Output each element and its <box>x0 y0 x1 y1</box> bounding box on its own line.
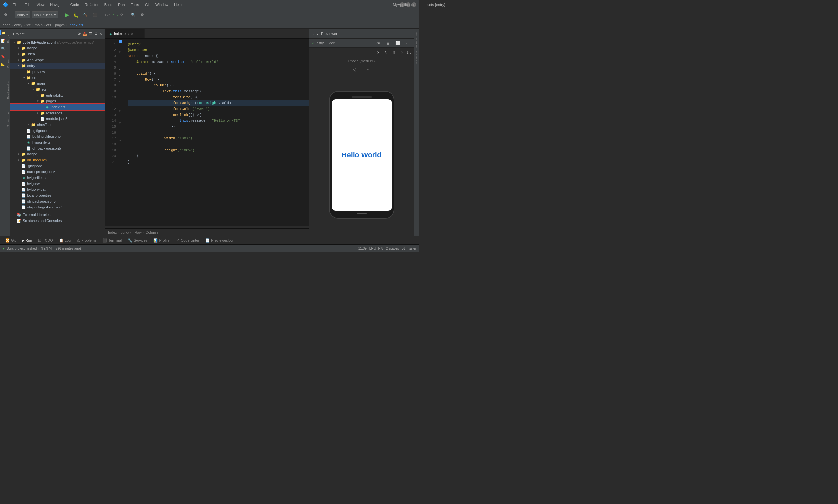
sidebar-icon-5[interactable]: ✕ <box>100 32 103 36</box>
bottom-tab-todo[interactable]: ☑ TODO <box>35 237 56 244</box>
tree-hvigorfile-ts[interactable]: ◈ hvigorfile.ts <box>11 140 105 145</box>
bottom-tab-git[interactable]: 🔀 Git <box>3 237 18 244</box>
breadcrumb-ets[interactable]: ets <box>47 23 51 27</box>
status-indent[interactable]: 2 spaces <box>386 247 399 250</box>
tree-module-json5[interactable]: 📄 module.json5 <box>11 116 105 122</box>
previewer-refresh-btn[interactable]: ⟳ <box>375 50 381 55</box>
tab-index-ets[interactable]: ◈ Index.ets ✕ <box>105 29 145 38</box>
tree-build-profile2[interactable]: 📄 build-profile.json5 <box>11 169 105 175</box>
bottom-tab-problems[interactable]: ⚠ Problems <box>74 237 99 244</box>
run-button[interactable]: ▶ <box>64 11 70 19</box>
breadcrumb-entry[interactable]: entry <box>14 23 22 27</box>
devices-dropdown[interactable]: No Devices ▾ <box>32 12 58 18</box>
tree-build-profile[interactable]: 📄 build-profile.json5 <box>11 133 105 140</box>
code-scrollbar[interactable] <box>105 226 309 229</box>
activity-bookmarks[interactable]: 🔖 <box>0 54 5 59</box>
status-time[interactable]: 11:39 <box>358 247 367 250</box>
breadcrumb-pages[interactable]: pages <box>55 23 65 27</box>
tree-external-libraries[interactable]: › 📚 External Libraries <box>11 212 105 218</box>
activity-commit[interactable]: 📝 <box>0 38 5 43</box>
bottom-tab-log[interactable]: 📋 Log <box>56 237 73 244</box>
stop-button[interactable]: ⬛ <box>91 12 100 18</box>
activity-project[interactable]: 📁 <box>0 30 5 35</box>
menu-edit[interactable]: Edit <box>22 2 33 7</box>
right-label-previewer[interactable]: Previewer <box>414 50 419 65</box>
activity-structure[interactable]: 📐 <box>0 61 5 67</box>
previewer-rotate-btn[interactable]: ↻ <box>383 50 389 55</box>
tree-preview[interactable]: › 📁 preview <box>11 69 105 75</box>
bottom-tab-previewerlog[interactable]: 📄 Previewer.log <box>203 237 235 244</box>
previewer-split-btn[interactable]: ⬜ <box>393 40 402 47</box>
previewer-home-btn[interactable]: □ <box>360 67 363 72</box>
tree-index-ets[interactable]: ◈ Index.ets <box>11 104 105 110</box>
entry-dropdown[interactable]: entry ▾ <box>15 12 31 18</box>
breadcrumb-main[interactable]: main <box>35 23 42 27</box>
tree-hvigorfile2[interactable]: ◈ hvigorfile.ts <box>11 175 105 181</box>
status-branch[interactable]: ⎇ master <box>402 247 416 250</box>
bottom-tab-terminal[interactable]: ⬛ Terminal <box>100 237 125 244</box>
menu-file[interactable]: File <box>10 2 21 7</box>
menu-navigate[interactable]: Navigate <box>48 2 67 7</box>
toolbar-settings-btn[interactable]: ⚙ <box>2 12 9 18</box>
tab-close-btn[interactable]: ✕ <box>131 32 133 36</box>
menu-help[interactable]: Help <box>172 2 184 7</box>
previewer-grid-btn[interactable]: ⊞ <box>384 40 392 47</box>
previewer-settings-btn[interactable]: ⚙ <box>391 50 397 55</box>
tree-gitignore2[interactable]: 📄 .gitignore <box>11 128 105 133</box>
tree-entry[interactable]: ▾ 📁 entry <box>11 63 105 69</box>
tree-oh-package[interactable]: 📄 oh-package.json5 <box>11 145 105 151</box>
menu-refactor[interactable]: Refactor <box>82 2 101 7</box>
side-label-project[interactable]: Project <box>6 32 10 43</box>
tree-oh-package-lock[interactable]: 📄 oh-package-lock.json5 <box>11 204 105 210</box>
menu-tools[interactable]: Tools <box>128 2 142 7</box>
tree-hvigor[interactable]: › 📁 hvigor <box>11 45 105 51</box>
menu-run[interactable]: Run <box>115 2 127 7</box>
activity-search[interactable]: 🔍 <box>0 46 5 51</box>
side-label-structure[interactable]: Structure <box>6 112 10 127</box>
tree-pages[interactable]: ▾ 📁 pages <box>11 98 105 104</box>
tree-scratches[interactable]: › 📝 Scratches and Consoles <box>11 218 105 223</box>
tree-ohostest[interactable]: › 📁 ohosTest <box>11 122 105 128</box>
tree-entryability[interactable]: › 📁 entryability <box>11 92 105 98</box>
tree-hvigorw[interactable]: 📄 hvigorw <box>11 181 105 186</box>
tree-oh-modules[interactable]: › 📁 oh_modules <box>11 157 105 163</box>
menu-git[interactable]: Git <box>142 2 152 7</box>
status-sync-message[interactable]: Sync project finished in 9 s 974 ms (6 m… <box>6 247 81 250</box>
tree-idea[interactable]: › 📁 .idea <box>11 51 105 57</box>
bottom-tab-services[interactable]: 🔧 Services <box>125 237 150 244</box>
menu-window[interactable]: Window <box>153 2 171 7</box>
sidebar-icon-4[interactable]: ⚙ <box>94 32 97 36</box>
previewer-more-btn[interactable]: ··· <box>404 40 411 46</box>
side-label-bookmarks[interactable]: Bookmarks <box>6 81 10 99</box>
tree-gitignore3[interactable]: 📄 .gitignore <box>11 163 105 169</box>
breadcrumb-src[interactable]: src <box>26 23 31 27</box>
menu-code[interactable]: Code <box>68 2 82 7</box>
gear-toolbar-btn[interactable]: ⚙ <box>139 12 146 18</box>
breadcrumb-file[interactable]: Index.ets <box>69 23 84 27</box>
menu-build[interactable]: Build <box>102 2 115 7</box>
tree-appscope[interactable]: › 📁 AppScope <box>11 57 105 63</box>
sidebar-icon-2[interactable]: 📥 <box>83 32 87 36</box>
debug-button[interactable]: 🐛 <box>72 12 80 18</box>
search-toolbar-btn[interactable]: 🔍 <box>129 12 138 18</box>
tree-main[interactable]: ▾ 📁 main <box>11 80 105 86</box>
sidebar-icon-3[interactable]: ☰ <box>89 32 92 36</box>
build-button[interactable]: 🔨 <box>81 12 90 18</box>
tree-root[interactable]: ▾ 📁 code [MyApplication] E:\A0MyCodes\Ha… <box>11 39 105 45</box>
menu-view[interactable]: View <box>34 2 47 7</box>
bottom-tab-codelinter[interactable]: ✓ Code Linter <box>174 237 202 244</box>
tree-hvigorw-bat[interactable]: 📄 hvigorw.bat <box>11 186 105 193</box>
tree-ets[interactable]: ▾ 📁 ets <box>11 86 105 92</box>
previewer-close-btn[interactable]: ✕ <box>399 50 405 55</box>
code-content[interactable]: @Entry @Component struct Index { @State … <box>125 39 309 226</box>
code-editor[interactable]: 1 2 3 4 5 6 7 8 9 10 11 12 13 14 15 16 1… <box>105 39 309 226</box>
tree-hvigor2[interactable]: › 📁 hvigor <box>11 151 105 157</box>
right-label-notifications[interactable]: Notifications <box>414 32 419 49</box>
tree-src[interactable]: ▾ 📁 src <box>11 75 105 80</box>
status-encoding[interactable]: LF UTF-8 <box>369 247 383 250</box>
previewer-more-options-btn[interactable]: ··· <box>367 67 371 72</box>
tree-resources[interactable]: › 📁 resources <box>11 110 105 116</box>
tree-oh-package2[interactable]: 📄 oh-package.json5 <box>11 198 105 204</box>
bottom-tab-run[interactable]: ▶ Run <box>19 237 35 244</box>
side-label-commit[interactable]: Commit <box>6 56 10 68</box>
